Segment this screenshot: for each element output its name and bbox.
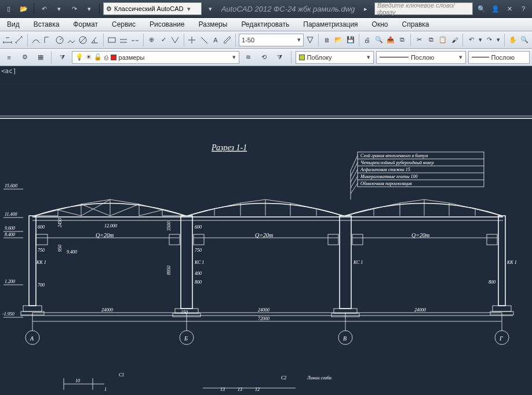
model-viewport[interactable]: Разрез 1-1 Слой гравия втопленного в бит… [0, 84, 532, 395]
svg-line-21 [351, 183, 358, 194]
paste-icon[interactable]: 📋 [438, 33, 448, 47]
layer-state-icon[interactable]: ≡ [2, 50, 16, 64]
svg-rect-54 [194, 234, 204, 245]
btn-redo[interactable]: ↷ [68, 2, 81, 15]
axis-marks: А Б В Г [25, 324, 509, 345]
svg-text:13: 13 [220, 387, 225, 392]
elevations: 15.600 11.400 9.600 8.400 1.200 -1.950 [2, 183, 23, 317]
zoom-icon[interactable]: 🔍 [519, 33, 530, 47]
svg-text:Асфальтовая стяжка 15: Асфальтовая стяжка 15 [360, 167, 410, 172]
menu-parametric[interactable]: Параметризация [296, 18, 365, 31]
cut-icon[interactable]: ✂ [414, 33, 424, 47]
linetype-combo[interactable]: Послою ▾ [376, 51, 466, 64]
layer-combo[interactable]: 💡 ☀ 🔓 ⎙ размеры ▾ [72, 51, 240, 64]
dim-radius-icon[interactable] [54, 33, 65, 47]
undo-icon[interactable]: ↶ [466, 33, 476, 47]
gear-icon: ⚙ [106, 5, 112, 13]
svg-line-18 [351, 162, 358, 176]
dim-jogline-icon[interactable]: A [210, 33, 221, 47]
truss-2 [188, 200, 343, 216]
dim-break-icon[interactable]: ✓ [158, 33, 169, 47]
roof-notes: Слой гравия втопленного в битум Четырехс… [351, 152, 484, 200]
lineweight-sample [472, 57, 489, 57]
lineweight-combo[interactable]: Послою [468, 51, 530, 64]
svg-rect-38 [181, 216, 192, 309]
dim-jogged-icon[interactable] [66, 33, 76, 47]
layer-manage-icon[interactable]: ⚙ [18, 50, 31, 64]
btn-new[interactable]: ▯ [2, 2, 15, 15]
dim-aligned-icon[interactable] [14, 33, 24, 47]
svg-line-19 [351, 169, 358, 182]
btn-open[interactable]: 📂 [17, 2, 30, 15]
color-combo[interactable]: Поблоку ▾ [296, 51, 374, 64]
redo-icon[interactable]: ↷ [484, 33, 494, 47]
svg-text:1.200: 1.200 [5, 279, 15, 284]
save-file-icon[interactable]: 💾 [345, 33, 356, 47]
dim-space-icon[interactable]: ⊕ [147, 33, 157, 47]
truss-1 [35, 200, 185, 216]
svg-text:950: 950 [57, 245, 63, 252]
layer-make-icon[interactable]: ≋ [242, 50, 255, 64]
svg-text:Q=20m: Q=20m [96, 232, 114, 238]
menu-help[interactable]: Справка [395, 18, 436, 31]
grid [0, 84, 532, 118]
btn-undo-drop[interactable]: ▾ [53, 2, 65, 15]
menu-tools[interactable]: Сервис [105, 18, 143, 31]
menu-draw[interactable]: Рисование [143, 18, 191, 31]
menu-dimension[interactable]: Размеры [192, 18, 235, 31]
drawing-area[interactable]: <ас] Разрез 1-1 Слой гравия втопленного … [0, 66, 532, 395]
matchprop-icon[interactable]: 🖌 [449, 33, 460, 47]
search-placeholder: Введите ключевое слово/фразу [377, 2, 470, 16]
dim-inspect-icon[interactable] [199, 33, 209, 47]
dim-quick-icon[interactable] [106, 33, 116, 47]
chevron-down-icon: ▾ [232, 53, 236, 61]
publish-icon[interactable]: 📤 [385, 33, 396, 47]
menu-insert[interactable]: Вставка [27, 18, 67, 31]
new-file-icon[interactable]: 🗎 [322, 33, 332, 47]
dimstyle-manage-icon[interactable] [305, 33, 315, 47]
menu-format[interactable]: Формат [66, 18, 105, 31]
3ddwf-icon[interactable]: ⧉ [397, 33, 407, 47]
dim-center-icon[interactable] [187, 33, 197, 47]
print-icon[interactable]: 🖨 [362, 33, 373, 47]
pan-icon[interactable]: ✋ [507, 33, 518, 47]
workspace-combo[interactable]: ⚙ Классический AutoCAD ▾ [103, 2, 202, 15]
btn-qat-more[interactable]: ▾ [204, 2, 217, 15]
dim-baseline-icon[interactable] [118, 33, 129, 47]
copy-icon[interactable]: ⧉ [425, 33, 436, 47]
dim-edit-icon[interactable] [222, 33, 232, 47]
dim-diameter-icon[interactable] [78, 33, 88, 47]
layer-props-icon[interactable]: ▦ [34, 50, 47, 64]
dim-tolerance-icon[interactable] [170, 33, 180, 47]
svg-text:750: 750 [38, 248, 45, 253]
open-file-icon[interactable]: 📂 [333, 33, 344, 47]
svg-line-17 [351, 155, 358, 171]
svg-rect-36 [23, 306, 42, 311]
dim-angular-icon[interactable] [89, 33, 100, 47]
dim-ordinate-icon[interactable] [42, 33, 53, 47]
btn-search[interactable]: 🔍 [475, 2, 488, 15]
preview-icon[interactable]: 🔍 [374, 33, 384, 47]
svg-text:750: 750 [195, 248, 202, 253]
dim-continue-icon[interactable] [130, 33, 140, 47]
menu-modify[interactable]: Редактировать [234, 18, 296, 31]
linetype-sample [380, 57, 409, 57]
undo-drop-icon[interactable]: ▾ [478, 33, 483, 47]
search-input[interactable]: Введите ключевое слово/фразу [374, 2, 473, 15]
btn-signin[interactable]: 👤 [489, 2, 502, 15]
btn-redo-drop[interactable]: ▾ [83, 2, 96, 15]
btn-exchange[interactable]: ✕ [503, 2, 516, 15]
btn-undo[interactable]: ↶ [38, 2, 50, 15]
layer-match-icon[interactable]: ⧩ [273, 50, 286, 64]
lower-fragment: 10 1 С1 13 13 12 С2 Линии сгиба [64, 372, 331, 392]
menu-window[interactable]: Окно [365, 18, 395, 31]
redo-drop-icon[interactable]: ▾ [496, 33, 501, 47]
layer-prev-icon[interactable]: ⟲ [257, 50, 271, 64]
btn-help[interactable]: ? [517, 2, 530, 15]
btn-help-toggle[interactable]: ▸ [359, 2, 372, 15]
layer-filter-icon[interactable]: ⧩ [56, 50, 69, 64]
dim-arc-icon[interactable] [31, 33, 41, 47]
dim-linear-icon[interactable] [2, 33, 13, 47]
menu-view[interactable]: Вид [0, 18, 27, 31]
dimstyle-combo[interactable]: 1-50 ▾ [239, 34, 304, 46]
